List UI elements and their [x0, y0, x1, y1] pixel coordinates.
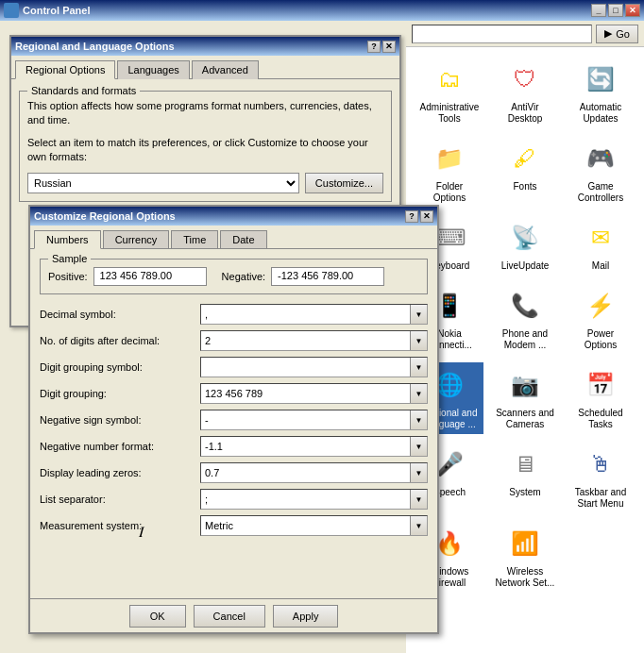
- cro-tab-date[interactable]: Date: [220, 230, 266, 249]
- arrow-digit-grouping[interactable]: ▼: [410, 384, 427, 403]
- rlo-title: Regional and Language Options: [15, 41, 175, 52]
- rlo-customize-button[interactable]: Customize...: [305, 173, 383, 193]
- field-list-separator: List separator: ; ▼: [40, 489, 428, 510]
- label-negative-format: Negative number format:: [40, 441, 200, 452]
- sample-group: Sample Positive: 123 456 789.00 Negative…: [40, 259, 428, 294]
- negative-sample-field: Negative: -123 456 789.00: [222, 267, 384, 286]
- field-digit-grouping: Digit grouping: 123 456 789 ▼: [40, 383, 428, 404]
- cp-icon-item[interactable]: 📁Folder Options: [415, 136, 483, 208]
- cp-icon-item[interactable]: ✉Mail: [567, 215, 635, 276]
- rlo-tabs-bar: Regional Options Languages Advanced: [11, 56, 399, 78]
- select-negative-format[interactable]: -1.1 ▼: [200, 436, 428, 457]
- rlo-body: Standards and formats This option affect…: [11, 78, 399, 209]
- label-leading-zeros: Display leading zeros:: [40, 467, 200, 478]
- cp-icon-item[interactable]: 📡LiveUpdate: [491, 215, 559, 276]
- rlo-titlebar: Regional and Language Options ? ✕: [11, 37, 399, 56]
- arrow-negative-sign[interactable]: ▼: [410, 410, 427, 429]
- cp-icon-item[interactable]: 📶Wireless Network Set...: [491, 521, 559, 593]
- cp-icon-mail: ✉: [582, 219, 619, 257]
- arrow-negative-format[interactable]: ▼: [410, 437, 427, 456]
- cp-icon-item[interactable]: ⚡Power Options: [567, 283, 635, 355]
- cro-titlebar: Customize Regional Options ? ✕: [30, 207, 437, 226]
- label-decimal-symbol: Decimal symbol:: [40, 309, 200, 320]
- cp-icon-item[interactable]: 🎮Game Controllers: [567, 136, 635, 208]
- cro-close-button[interactable]: ✕: [420, 210, 433, 223]
- ok-button[interactable]: OK: [129, 605, 186, 628]
- cp-icon-item[interactable]: 🔄Automatic Updates: [567, 57, 635, 128]
- cp-icon-label: Wireless Network Set...: [495, 566, 555, 589]
- cp-icon-label: Game Controllers: [570, 181, 631, 204]
- cp-title: Control Panel: [23, 5, 91, 16]
- cp-icon-item[interactable]: 🖥System: [491, 442, 559, 513]
- close-button[interactable]: ✕: [625, 4, 640, 17]
- sample-group-title: Sample: [48, 253, 91, 264]
- cp-icon-item[interactable]: 🖱Taskbar and Start Menu: [567, 442, 635, 513]
- maximize-button[interactable]: □: [608, 4, 623, 17]
- cp-icon-liveupdate: 📡: [506, 219, 544, 257]
- cp-titlebar-icon: [4, 3, 19, 18]
- arrow-decimal-symbol[interactable]: ▼: [410, 305, 427, 324]
- select-decimal-symbol[interactable]: , ▼: [200, 304, 428, 325]
- standards-groupbox: Standards and formats This option affect…: [19, 91, 392, 202]
- select-leading-zeros[interactable]: 0.7 ▼: [200, 462, 428, 483]
- arrow-digit-grouping-symbol[interactable]: ▼: [410, 358, 427, 377]
- cp-icon-label: Folder Options: [419, 181, 480, 204]
- positive-sample-field: Positive: 123 456 789.00: [48, 267, 207, 286]
- cp-icon-label: Scheduled Tasks: [570, 408, 631, 430]
- label-digit-grouping: Digit grouping:: [40, 388, 200, 399]
- standards-groupbox-title: Standards and formats: [27, 85, 140, 96]
- minimize-button[interactable]: _: [591, 4, 606, 17]
- cp-titlebar-buttons: _ □ ✕: [591, 4, 640, 17]
- tab-advanced[interactable]: Advanced: [192, 60, 259, 79]
- label-negative-sign: Negative sign symbol:: [40, 414, 200, 426]
- cro-dialog: Customize Regional Options ? ✕ Numbers C…: [28, 205, 439, 634]
- cp-icon-item[interactable]: 📷Scanners and Cameras: [491, 362, 559, 434]
- select-measurement[interactable]: Metric ▼: [200, 515, 428, 536]
- cp-go-button[interactable]: ▶ Go: [596, 25, 638, 43]
- cp-content: Regional and Language Options ? ✕ Region…: [0, 21, 644, 653]
- cro-tab-time[interactable]: Time: [171, 230, 218, 249]
- select-digit-grouping[interactable]: 123 456 789 ▼: [200, 383, 428, 404]
- select-digits-after-decimal[interactable]: 2 ▼: [200, 330, 428, 351]
- rlo-select-label: Select an item to match its preferences,…: [27, 136, 383, 165]
- control-panel-window: Control Panel _ □ ✕ Regional and Languag…: [0, 0, 644, 653]
- rlo-close-button[interactable]: ✕: [382, 41, 396, 53]
- cp-icons-panel: ▶ Go 🗂Administrative Tools🛡AntiVir Deskt…: [406, 21, 644, 653]
- cp-search-input[interactable]: [412, 25, 592, 43]
- arrow-measurement[interactable]: ▼: [410, 516, 427, 535]
- cp-icon-label: Phone and Modem ...: [495, 328, 555, 351]
- arrow-digits-after-decimal[interactable]: ▼: [410, 331, 427, 350]
- cp-icon-item[interactable]: 📅Scheduled Tasks: [567, 362, 635, 434]
- arrow-list-separator[interactable]: ▼: [410, 490, 427, 509]
- cp-icon-label: Mail: [592, 260, 609, 272]
- cp-icon-label: Scanners and Cameras: [495, 408, 555, 430]
- form-fields: Decimal symbol: , ▼ No. of digits after …: [40, 304, 428, 536]
- cp-titlebar: Control Panel _ □ ✕: [0, 0, 644, 21]
- select-digit-grouping-symbol[interactable]: ▼: [200, 357, 428, 377]
- apply-button[interactable]: Apply: [273, 605, 339, 628]
- tab-regional-options[interactable]: Regional Options: [15, 60, 115, 79]
- cp-icon-system: 🖥: [506, 445, 544, 483]
- cp-icon-label: AntiVir Desktop: [495, 102, 555, 125]
- cp-icon-item[interactable]: 🗂Administrative Tools: [415, 57, 483, 128]
- cp-icon-item[interactable]: 🖋Fonts: [491, 136, 559, 208]
- select-list-separator[interactable]: ; ▼: [200, 489, 428, 510]
- cro-tab-currency[interactable]: Currency: [103, 230, 170, 249]
- tab-languages[interactable]: Languages: [117, 60, 189, 79]
- cp-icon-item[interactable]: 🛡AntiVir Desktop: [491, 57, 559, 128]
- cro-title: Customize Regional Options: [34, 210, 176, 222]
- cancel-button[interactable]: Cancel: [194, 605, 265, 628]
- cp-icon-antivir-desktop: 🛡: [506, 60, 544, 98]
- cp-icon-administrative-tools: 🗂: [431, 60, 468, 98]
- field-digits-after-decimal: No. of digits after decimal: 2 ▼: [40, 330, 428, 351]
- cro-titlebar-right: ? ✕: [405, 210, 433, 223]
- select-negative-sign[interactable]: - ▼: [200, 410, 428, 430]
- rlo-help-button[interactable]: ?: [367, 41, 381, 53]
- cro-tabs-bar: Numbers Currency Time Date: [30, 226, 437, 248]
- cro-help-button[interactable]: ?: [405, 210, 418, 223]
- cro-tab-numbers[interactable]: Numbers: [34, 230, 101, 249]
- cp-icon-item[interactable]: 📞Phone and Modem ...: [491, 283, 559, 355]
- rlo-format-row: Russian Customize...: [27, 173, 383, 193]
- arrow-leading-zeros[interactable]: ▼: [410, 463, 427, 482]
- rlo-format-select[interactable]: Russian: [27, 173, 299, 193]
